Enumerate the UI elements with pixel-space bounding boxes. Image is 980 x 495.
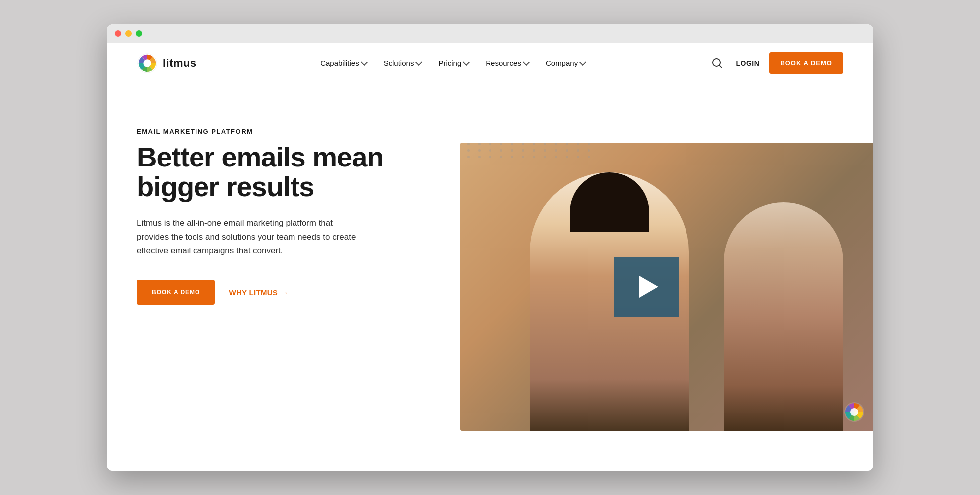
chevron-down-icon <box>463 59 470 66</box>
book-demo-hero-button[interactable]: BOOK A DEMO <box>137 280 215 305</box>
play-icon <box>639 276 658 298</box>
dot-pattern-decoration: // Generate dots inline const dp = docum… <box>467 143 594 158</box>
browser-window: litmus Capabilities Solutions Pricing Re… <box>107 24 873 471</box>
book-demo-nav-button[interactable]: BOOK A DEMO <box>769 52 843 74</box>
search-icon <box>712 58 723 69</box>
arrow-icon: → <box>281 288 288 297</box>
dot <box>467 149 470 152</box>
dot <box>577 143 579 145</box>
dot <box>478 143 481 145</box>
video-play-button[interactable] <box>614 257 679 317</box>
logo-link[interactable]: litmus <box>137 53 196 74</box>
dot <box>588 143 590 145</box>
chevron-down-icon <box>523 59 530 66</box>
dot <box>522 143 524 145</box>
nav-item-resources[interactable]: Resources <box>479 55 536 71</box>
dot <box>588 149 590 152</box>
close-dot[interactable] <box>115 30 121 37</box>
hero-eyebrow: EMAIL MARKETING PLATFORM <box>137 128 425 135</box>
browser-chrome <box>107 24 873 43</box>
hero-headline: Better emails mean bigger results <box>137 142 425 202</box>
dot <box>533 156 535 158</box>
dot <box>522 156 524 158</box>
nav-item-pricing[interactable]: Pricing <box>431 55 476 71</box>
dot <box>544 149 546 152</box>
dot <box>500 143 502 145</box>
why-litmus-link[interactable]: WHY LITMUS → <box>229 288 288 297</box>
dot <box>533 149 535 152</box>
hair-detail <box>570 172 649 232</box>
dot <box>478 156 481 158</box>
navbar: litmus Capabilities Solutions Pricing Re… <box>107 43 873 83</box>
dot <box>555 149 557 152</box>
search-button[interactable] <box>709 55 726 72</box>
dot <box>500 149 502 152</box>
maximize-dot[interactable] <box>136 30 142 37</box>
svg-point-4 <box>850 408 858 416</box>
dot <box>555 156 557 158</box>
nav-links: Capabilities Solutions Pricing Resources… <box>313 55 592 71</box>
dot <box>533 143 535 145</box>
svg-point-1 <box>143 59 151 67</box>
dot <box>577 149 579 152</box>
dot <box>544 143 546 145</box>
media-watermark-logo <box>843 401 865 423</box>
dot <box>467 156 470 158</box>
hero-left: EMAIL MARKETING PLATFORM Better emails m… <box>137 113 425 305</box>
nav-item-solutions[interactable]: Solutions <box>377 55 429 71</box>
login-button[interactable]: LOGIN <box>734 55 761 71</box>
hero-section: EMAIL MARKETING PLATFORM Better emails m… <box>107 83 873 431</box>
hero-body: Litmus is the all-in-one email marketing… <box>137 216 366 258</box>
dot <box>577 156 579 158</box>
dot <box>566 143 568 145</box>
dot <box>522 149 524 152</box>
page-content: litmus Capabilities Solutions Pricing Re… <box>107 43 873 471</box>
dot <box>500 156 502 158</box>
nav-item-capabilities[interactable]: Capabilities <box>313 55 374 71</box>
dot <box>566 149 568 152</box>
dot <box>467 143 470 145</box>
hero-image <box>460 143 873 431</box>
chevron-down-icon <box>361 59 368 66</box>
dot <box>544 156 546 158</box>
hero-media <box>460 143 873 431</box>
chevron-down-icon <box>415 59 422 66</box>
dot <box>511 143 513 145</box>
dot <box>555 143 557 145</box>
dot <box>588 156 590 158</box>
dot <box>478 149 481 152</box>
dot <box>489 149 491 152</box>
logo-icon <box>137 53 158 74</box>
nav-right: LOGIN BOOK A DEMO <box>709 52 843 74</box>
dot <box>566 156 568 158</box>
hero-cta-group: BOOK A DEMO WHY LITMUS → <box>137 280 425 305</box>
logo-text: litmus <box>163 57 196 70</box>
dot <box>489 143 491 145</box>
minimize-dot[interactable] <box>125 30 132 37</box>
dot <box>511 156 513 158</box>
dot <box>511 149 513 152</box>
dot <box>489 156 491 158</box>
chevron-down-icon <box>579 59 586 66</box>
person-2 <box>724 202 843 431</box>
nav-item-company[interactable]: Company <box>539 55 592 71</box>
